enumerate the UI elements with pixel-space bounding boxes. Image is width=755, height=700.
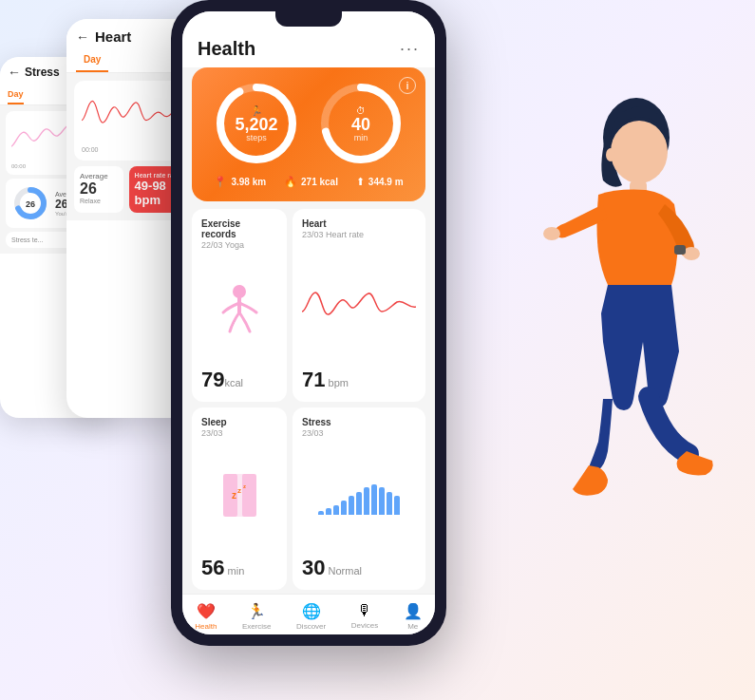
stress-bar: [341, 501, 347, 514]
exercise-card-visual: [201, 255, 277, 364]
sleep-card-date: 23/03: [201, 428, 277, 438]
stress-card-date: 23/03: [302, 428, 416, 438]
discover-nav-icon: 🌐: [302, 602, 321, 620]
stress-card-value: 30 Normal: [302, 556, 416, 580]
sleep-card-title: Sleep: [201, 417, 277, 427]
devices-nav-icon: 🎙: [357, 602, 372, 619]
stress-bar: [318, 511, 324, 514]
stress-bar: [379, 487, 385, 515]
runner-illustration: [489, 57, 736, 627]
exercise-card-title: Exercise records: [201, 218, 277, 239]
heart-avg-box: Average 26 Relaxe: [74, 166, 123, 213]
heart-tab-day[interactable]: Day: [76, 50, 108, 72]
sleep-card[interactable]: Sleep 23/03 z z z 56 min: [192, 407, 287, 590]
bottom-navigation: ❤️ Health 🏃 Exercise 🌐 Discover 🎙 Device…: [182, 594, 435, 634]
heart-card[interactable]: Heart 23/03 Heart rate 71 bpm: [293, 209, 425, 402]
heart-card-date: 23/03 Heart rate: [302, 230, 416, 239]
stress-card-title: Stress: [302, 417, 416, 427]
time-ring: ⏱ 40 min: [318, 81, 404, 166]
svg-point-4: [543, 227, 560, 240]
stress-tab-day[interactable]: Day: [8, 86, 24, 104]
cards-grid: Exercise records 22/03 Yoga 79kcal: [182, 209, 435, 590]
heart-rate-mini-chart: [302, 288, 416, 321]
heart-phone-title: Heart: [95, 28, 131, 45]
sleep-figure-icon: z z z: [218, 472, 261, 524]
svg-rect-17: [242, 474, 256, 517]
svg-point-2: [606, 148, 615, 161]
steps-ring: 🏃 5,202 steps: [214, 81, 299, 166]
stress-bar: [333, 505, 339, 515]
stress-bars-chart: [318, 482, 400, 515]
stress-bar: [387, 492, 392, 515]
stress-donut-chart: 26: [11, 184, 49, 222]
stress-phone-title: Stress: [25, 66, 60, 79]
exercise-nav-icon: 🏃: [247, 602, 266, 620]
back-arrow-heart[interactable]: ←: [76, 29, 89, 45]
nav-item-health[interactable]: ❤️ Health: [195, 602, 217, 631]
svg-text:z: z: [243, 483, 246, 489]
activity-stats: 📍 3.98 km 🔥 271 kcal ⬆ 344.9 m: [205, 176, 412, 188]
heart-card-visual: [302, 245, 416, 364]
svg-rect-6: [674, 245, 686, 255]
yoga-figure-icon: [218, 284, 261, 336]
activity-card: i 🏃 5,202 steps: [192, 67, 425, 201]
devices-nav-label: Devices: [351, 621, 378, 630]
back-arrow-stress[interactable]: ←: [8, 65, 21, 80]
stress-bar: [326, 508, 331, 514]
stress-bar: [364, 487, 369, 515]
exercise-nav-label: Exercise: [242, 622, 272, 631]
stress-bar: [394, 496, 400, 514]
main-phone: Health ··· i 🏃 5,202 steps: [171, 0, 446, 646]
stress-bar: [349, 496, 354, 514]
exercise-card-date: 22/03 Yoga: [201, 240, 277, 250]
heart-card-title: Heart: [302, 218, 416, 229]
sleep-card-visual: z z z: [201, 444, 277, 552]
sleep-card-value: 56 min: [201, 556, 277, 580]
stress-bar: [356, 492, 362, 515]
exercise-card[interactable]: Exercise records 22/03 Yoga 79kcal: [192, 209, 287, 402]
discover-nav-label: Discover: [296, 622, 326, 631]
svg-point-14: [233, 285, 246, 298]
me-nav-icon: 👤: [404, 602, 423, 620]
svg-text:z: z: [232, 490, 236, 501]
health-nav-label: Health: [195, 622, 217, 631]
svg-text:26: 26: [26, 199, 35, 209]
svg-point-1: [611, 121, 668, 183]
health-nav-icon: ❤️: [197, 602, 216, 620]
phone-notch: [275, 11, 342, 27]
nav-item-exercise[interactable]: 🏃 Exercise: [242, 602, 272, 631]
svg-text:z: z: [237, 486, 241, 495]
more-options-icon[interactable]: ···: [400, 39, 420, 59]
exercise-card-value: 79kcal: [201, 368, 277, 392]
stress-bar: [371, 484, 377, 515]
heart-card-value: 71 bpm: [302, 368, 416, 392]
stress-card-visual: [302, 444, 416, 552]
nav-item-me[interactable]: 👤 Me: [404, 602, 423, 631]
app-title: Health: [198, 38, 255, 60]
nav-item-devices[interactable]: 🎙 Devices: [351, 602, 378, 631]
me-nav-label: Me: [407, 622, 418, 631]
stress-card[interactable]: Stress 23/03 30 Normal: [293, 407, 425, 590]
nav-item-discover[interactable]: 🌐 Discover: [296, 602, 326, 631]
